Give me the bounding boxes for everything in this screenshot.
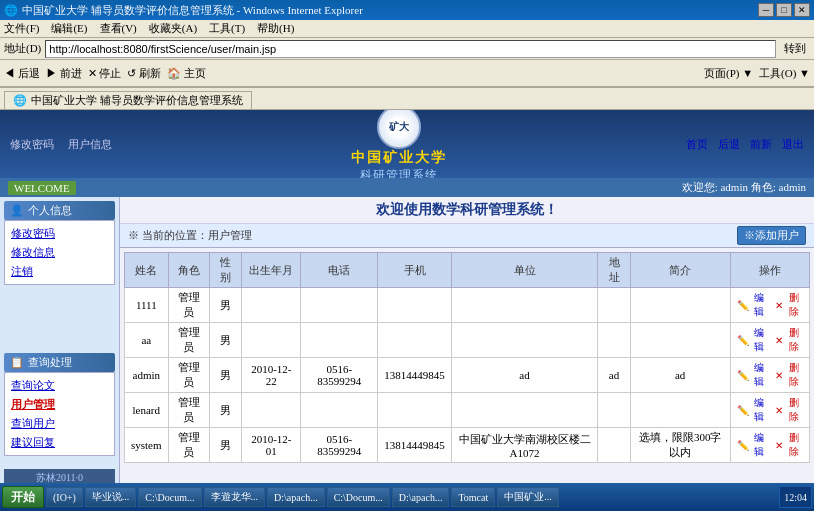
col-phone: 电话 [301,253,378,288]
edit-link-3[interactable]: 编辑 [751,396,769,424]
breadcrumb-text: ※ 当前的位置：用户管理 [128,228,252,243]
nav-back[interactable]: 后退 [718,137,740,152]
delete-link-3[interactable]: 删除 [785,396,803,424]
delete-link-2[interactable]: 删除 [785,361,803,389]
col-gender: 性别 [209,253,242,288]
browser-icon: 🌐 [4,4,18,17]
refresh-btn[interactable]: ↺ 刷新 [127,66,161,81]
delete-link-1[interactable]: 删除 [785,326,803,354]
edit-icon-4: ✏️ [737,440,749,451]
sidebar-query-title: 查询处理 [28,355,72,370]
copyright-text: 苏林2011·0 [36,472,83,483]
table-cell [630,288,730,323]
forward-btn[interactable]: ▶ 前进 [46,66,82,81]
table-cell: 男 [209,393,242,428]
logo-area: 矿大 中国矿业大学 科研管理系统 [351,110,447,184]
menu-tools[interactable]: 工具(T) [209,21,245,36]
table-cell: ad [598,358,631,393]
taskbar-item-6[interactable]: D:\apach... [392,487,450,507]
page-btn[interactable]: 页面(P) ▼ [704,66,753,81]
table-cell: 2010-12-22 [242,358,301,393]
table-cell: aa [125,323,169,358]
taskbar-item-5[interactable]: C:\Docum... [327,487,390,507]
action-cell: ✏️ 编辑 ✕ 删除 [730,288,810,323]
taskbar-item-1[interactable]: 毕业说... [85,487,137,507]
back-btn[interactable]: ◀ 后退 [4,66,40,81]
table-cell: 男 [209,428,242,463]
menu-file[interactable]: 文件(F) [4,21,39,36]
col-address: 地址 [598,253,631,288]
sidebar-personal-title: 个人信息 [28,203,72,218]
table-cell: 中国矿业大学南湖校区楼二A1072 [451,428,597,463]
col-birthday: 出生年月 [242,253,301,288]
taskbar-item-7[interactable]: Tomcat [451,487,495,507]
nav-logout[interactable]: 退出 [782,137,804,152]
edit-link-4[interactable]: 编辑 [751,431,769,459]
tools-btn[interactable]: 工具(O) ▼ [759,66,810,81]
delete-icon-3: ✕ [775,405,783,416]
edit-icon-3: ✏️ [737,405,749,416]
menu-edit[interactable]: 编辑(E) [51,21,87,36]
taskbar-item-2[interactable]: C:\Docum... [138,487,201,507]
nav-modify-pwd[interactable]: 修改密码 [10,137,54,152]
table-cell: 男 [209,358,242,393]
edit-link-0[interactable]: 编辑 [751,291,769,319]
nav-user-info[interactable]: 用户信息 [68,137,112,152]
table-cell: 13814449845 [378,428,452,463]
tray-time: 12:04 [784,492,807,503]
taskbar-item-4[interactable]: D:\apach... [267,487,325,507]
taskbar-item-3[interactable]: 李遊龙华... [204,487,266,507]
link-change-pwd[interactable]: 修改密码 [9,225,110,242]
start-button[interactable]: 开始 [2,486,44,508]
edit-link-2[interactable]: 编辑 [751,361,769,389]
link-query-user[interactable]: 查询用户 [9,415,110,432]
welcome-bar: WELCOME 欢迎您: admin 角色: admin [0,178,814,197]
nav-home[interactable]: 首页 [686,137,708,152]
breadcrumb-bar: ※ 当前的位置：用户管理 ※添加用户 [120,224,814,248]
table-cell [598,428,631,463]
link-suggestion-reply[interactable]: 建议回复 [9,434,110,451]
table-cell: system [125,428,169,463]
table-cell: 男 [209,323,242,358]
user-icon: 👤 [10,204,24,217]
col-intro: 简介 [630,253,730,288]
add-user-button[interactable]: ※添加用户 [737,226,806,245]
menu-help[interactable]: 帮助(H) [257,21,294,36]
delete-link-0[interactable]: 删除 [785,291,803,319]
table-cell [301,393,378,428]
home-btn[interactable]: 🏠 主页 [167,66,206,81]
table-cell [378,288,452,323]
table-cell: 管理员 [168,323,209,358]
go-button[interactable]: 转到 [780,39,810,58]
maximize-btn[interactable]: □ [776,3,792,17]
nav-next[interactable]: 前新 [750,137,772,152]
taskbar-item-8[interactable]: 中国矿业... [497,487,559,507]
table-cell: 0516-83599294 [301,428,378,463]
edit-link-1[interactable]: 编辑 [751,326,769,354]
delete-link-4[interactable]: 删除 [785,431,803,459]
welcome-title: 欢迎使用数学科研管理系统！ [120,197,814,224]
address-input[interactable] [45,40,776,58]
page-content: 修改密码 用户信息 矿大 中国矿业大学 科研管理系统 首页 后退 前新 退出 W… [0,110,814,489]
link-logout[interactable]: 注销 [9,263,110,280]
main-layout: 👤 个人信息 修改密码 修改信息 注销 📋 查询处理 查询论文 用户管理 [0,197,814,489]
table-cell [378,393,452,428]
menu-favorites[interactable]: 收藏夹(A) [149,21,197,36]
link-change-info[interactable]: 修改信息 [9,244,110,261]
close-btn[interactable]: ✕ [794,3,810,17]
minimize-btn[interactable]: ─ [758,3,774,17]
link-user-mgmt[interactable]: 用户管理 [9,396,110,413]
taskbar-tray: 12:04 [779,486,812,508]
table-cell: lenard [125,393,169,428]
action-cell: ✏️ 编辑 ✕ 删除 [730,358,810,393]
menu-view[interactable]: 查看(V) [100,21,137,36]
main-tab[interactable]: 🌐 中国矿业大学 辅导员数学评价信息管理系统 [4,91,252,109]
taskbar-item-0[interactable]: (IO+) [46,487,83,507]
stop-btn[interactable]: ✕ 停止 [88,66,122,81]
table-row: admin管理员男2010-12-220516-8359929413814449… [125,358,810,393]
window-title: 中国矿业大学 辅导员数学评价信息管理系统 - Windows Internet … [22,3,758,18]
table-cell: 0516-83599294 [301,358,378,393]
table-cell [451,393,597,428]
table-cell: admin [125,358,169,393]
link-query-paper[interactable]: 查询论文 [9,377,110,394]
